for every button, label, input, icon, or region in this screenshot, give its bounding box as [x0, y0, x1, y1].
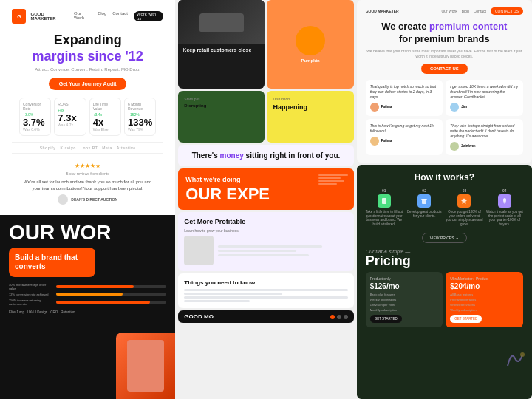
nav-blog[interactable]: Blog: [98, 11, 106, 21]
right-nav-contact[interactable]: Contact: [474, 9, 486, 13]
step-4: 04 Watch it scale as you get the perfect…: [486, 188, 523, 227]
orange-lines: [313, 168, 354, 191]
progress-bar-2: [56, 293, 166, 296]
progress-label-2: 12% conversion rate achieved: [9, 293, 53, 296]
step-4-num: 04: [486, 188, 523, 193]
car-overlay: [178, 0, 265, 44]
svg-text:G: G: [17, 14, 21, 19]
disruption-sub: Happening: [273, 103, 347, 111]
stat-revenue: 6 Month Revenue +152% 133% Was 79%: [124, 98, 156, 136]
build-brand-box: Build a brand that converts: [9, 248, 95, 277]
right-contact-btn-small[interactable]: CONTACT US: [491, 7, 523, 15]
pricing-cta-2[interactable]: GET STARTED: [450, 315, 482, 323]
know-section: Things you need to know: [178, 273, 353, 308]
progress-fill-3: [56, 301, 150, 304]
left-bottom-dark: OUR WOR Build a brand that converts 50% …: [0, 215, 175, 399]
progress-fill-2: [56, 293, 123, 296]
tag-4: Retention: [61, 310, 75, 314]
right-logo: GOOD MARKETER: [366, 9, 399, 13]
right-nav-blog[interactable]: Blog: [462, 9, 469, 13]
testimonial-1-avatar: [370, 103, 379, 112]
testimonial-1-text: That quality is top notch so much so tha…: [370, 84, 439, 100]
svg-marker-5: [461, 198, 467, 204]
testimonial-2-text: I get asked 10X times a week who did my …: [450, 84, 519, 100]
mid-grid: Startup is Disrupting Disruption Happeni…: [178, 91, 353, 143]
step-3-num: 03: [446, 188, 482, 193]
pricing-feature-1-3: Monthly subscription: [370, 308, 439, 312]
person-silhouette: [127, 340, 164, 392]
card-green: Startup is Disrupting: [178, 91, 265, 143]
testimonial-4-avatar: [450, 142, 459, 151]
star-icon: [460, 197, 468, 205]
profitable-image: [184, 236, 214, 265]
pricing-feature-2-0: All Basic features: [450, 293, 519, 296]
logo-bar: G GOOD MARKETER Our Work Blog Contact Wo…: [12, 9, 163, 24]
partner-logos-bar: Shopify Klaviyo Loox RT Meta Attentive: [12, 142, 163, 154]
cta-button[interactable]: Get Your Journey Audit: [49, 78, 127, 90]
step-1-icon: [378, 194, 391, 208]
pricing-feature-1-1: Weekly deliverables: [370, 298, 439, 301]
progress-item-2: 12% conversion rate achieved: [9, 293, 166, 296]
car-shape: [200, 13, 244, 32]
headline-line1: Expanding: [54, 33, 122, 47]
premium-title-1: We create: [381, 21, 426, 32]
reviewer-avatar: [58, 194, 68, 205]
progress-item-3: 250% increase returning customer rate: [9, 299, 166, 306]
step-3: 03 Once you get 100% of your orders deli…: [446, 188, 482, 227]
left-nav: Our Work Blog Contact Work with us: [74, 11, 163, 21]
card-yellow: Disruption Happening: [267, 91, 353, 143]
view-prices-button[interactable]: VIEW PRICES →: [422, 233, 467, 243]
progress-bar-3: [56, 301, 166, 304]
logo-meta: Meta: [102, 146, 112, 150]
stat-roas-label: ROAS: [58, 102, 82, 106]
know-item-2: [184, 293, 282, 295]
tagline: Attract. Convince. Convert. Retain. Repe…: [12, 67, 163, 72]
premium-sub: We believe that your brand is the most i…: [366, 49, 523, 59]
tag-1: Elite Jump: [9, 310, 24, 314]
step-2-icon: [417, 194, 431, 208]
text-line-3: [218, 254, 309, 256]
file-icon: [381, 197, 388, 205]
orange-section: What we're doing OUR EXPE: [178, 168, 353, 210]
review-stars: ★★★★★: [21, 163, 154, 169]
stat-conversion-was: Was 0.6%: [23, 127, 47, 132]
contact-main-button[interactable]: CONTACT US: [421, 64, 468, 74]
premium-title-2: for premium brands: [399, 33, 490, 44]
pricing-cta-1[interactable]: GET STARTED: [370, 315, 402, 323]
stats-grid: Conversion Rate +3.0% 3.7% Was 0.6% ROAS…: [12, 98, 163, 136]
pumpkin-label: Pumpkin: [301, 58, 319, 63]
pricing-feature-2-2: Unlimited revisions: [450, 303, 519, 307]
right-nav: GOOD MARKETER Our Work Blog Contact CONT…: [366, 7, 523, 15]
stat-ltv-value: 4x: [93, 117, 117, 127]
right-nav-our-work[interactable]: Our Work: [441, 9, 457, 13]
progress-bar-1: [56, 285, 166, 288]
step-3-text: Once you get 100% of your orders deliver…: [446, 210, 482, 227]
stat-ltv-label: Life Time Value: [93, 102, 117, 111]
svg-point-6: [503, 198, 506, 202]
svg-rect-2: [382, 198, 386, 204]
pumpkin-circle: [296, 26, 325, 55]
startup-label: Startup is: [184, 97, 259, 101]
orange-line-4: [318, 183, 337, 185]
pricing-plan-2: UltraMarketer+ Product $204/mo All Basic…: [446, 272, 523, 327]
nav-work-with-us[interactable]: Work with us: [134, 11, 163, 21]
stat-revenue-label: 6 Month Revenue: [128, 102, 152, 111]
text-line-2: [218, 250, 296, 252]
card-pumpkin: Pumpkin: [267, 0, 353, 89]
brand-name: GOOD MARKETER: [30, 12, 69, 21]
right-panel: GOOD MARKETER Our Work Blog Contact CONT…: [357, 0, 532, 399]
money-section: There's money sitting right in front of …: [178, 145, 353, 166]
stat-conversion-rate: Conversion Rate +3.0% 3.7% Was 0.6%: [19, 98, 51, 136]
nav-contact[interactable]: Contact: [112, 11, 128, 21]
pricing-price-2: $204/mo: [450, 282, 519, 290]
nav-our-work[interactable]: Our Work: [74, 11, 92, 21]
profitable-title: Get More Profitable: [184, 218, 347, 225]
review-text: We're all set for launch and we thank yo…: [21, 179, 154, 191]
dot-2: [337, 315, 341, 319]
pricing-tier-1: Product only: [370, 276, 439, 281]
sport-figure: [116, 332, 175, 399]
disruption-label: Disruption: [273, 97, 347, 101]
testimonial-2-name: Jim: [461, 105, 467, 109]
pricing-feature-1-2: 1 revision per video: [370, 303, 439, 307]
decorative-squiggle: [504, 347, 526, 369]
